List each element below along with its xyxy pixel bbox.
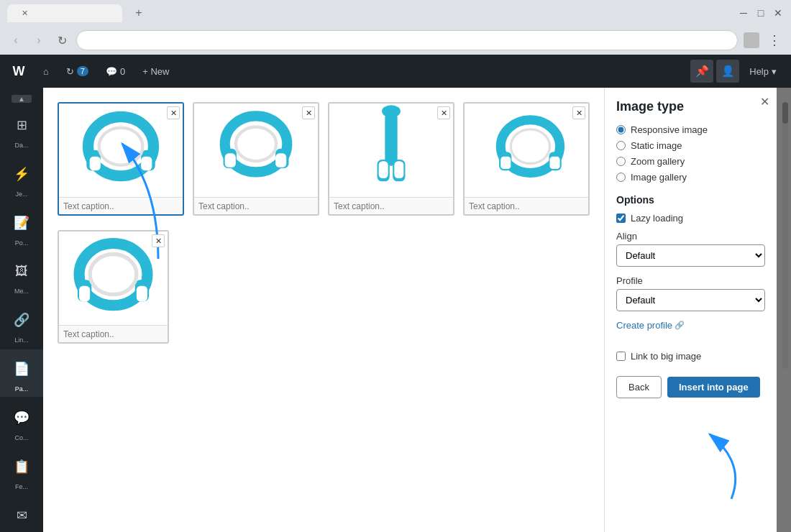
svg-rect-4	[90, 157, 101, 171]
caption-input-5[interactable]	[63, 329, 163, 339]
radio-gallery[interactable]: Image gallery	[616, 172, 765, 183]
sidebar-item-pages[interactable]: 📄 Pa...	[0, 349, 43, 397]
link-big-option[interactable]: Link to big image	[616, 351, 765, 362]
home-icon: ⌂	[43, 66, 49, 77]
headphone-svg-4	[465, 104, 588, 197]
wp-logo[interactable]: W	[7, 60, 30, 83]
close-button[interactable]: ✕	[772, 7, 784, 19]
toolbar-right-icon2[interactable]: 👤	[716, 60, 739, 83]
annotation-arrow-2	[616, 420, 774, 506]
create-profile-link[interactable]: Create profile 🔗	[616, 320, 685, 331]
insert-button[interactable]: Insert into page	[667, 377, 760, 398]
pages-icon: 📄	[0, 354, 43, 384]
image-caption-2	[194, 197, 318, 214]
caption-input-1[interactable]	[63, 201, 178, 211]
radio-responsive-input[interactable]	[616, 125, 626, 134]
external-link-icon: 🔗	[675, 321, 685, 330]
toolbar-updates[interactable]: ↻ 7	[59, 62, 96, 81]
maximize-button[interactable]: □	[755, 7, 767, 19]
sidebar-item-links[interactable]: 🔗 Lin...	[0, 301, 43, 348]
radio-static[interactable]: Static image	[616, 140, 765, 151]
extension-icon	[744, 32, 759, 48]
image-item-3[interactable]: ✕	[328, 102, 454, 216]
radio-static-label: Static image	[631, 140, 682, 151]
headphone-svg-1	[59, 104, 183, 197]
toolbar-home[interactable]: ⌂	[36, 62, 56, 81]
links-label: Lin...	[14, 336, 29, 344]
browser-chrome: ✕ + ─ □ ✕ ‹ › ↻ ⋮	[0, 0, 791, 55]
sidebar-item-posts[interactable]: 📝 Po...	[0, 203, 43, 251]
svg-point-9	[236, 127, 276, 162]
image-grid-row1: ✕	[58, 102, 590, 216]
back-button[interactable]: Back	[616, 376, 662, 398]
sidebar-item-dashboard[interactable]: ⊞ Da...	[0, 106, 43, 153]
minimize-button[interactable]: ─	[738, 7, 749, 19]
caption-input-2[interactable]	[198, 201, 314, 211]
caption-input-4[interactable]	[469, 201, 584, 211]
link-big-checkbox[interactable]	[616, 352, 626, 361]
back-nav-button[interactable]: ‹	[7, 32, 24, 49]
image-remove-5[interactable]: ✕	[152, 234, 165, 247]
media-label: Me...	[14, 288, 29, 295]
browser-tab[interactable]: ✕	[7, 4, 122, 22]
image-item-2[interactable]: ✕	[193, 102, 319, 216]
sidebar-item-feedback[interactable]: 📋 Fe...	[0, 447, 43, 495]
toolbar-right-icon1[interactable]: 📌	[690, 60, 713, 83]
sidebar-scroll-up[interactable]: ▲	[12, 95, 32, 103]
sidebar-item-contact[interactable]: ✉ Co...	[0, 496, 43, 532]
forward-nav-button[interactable]: ›	[30, 32, 47, 49]
align-field: Align Default Left Center Right	[616, 231, 765, 267]
media-icon: 🖼	[0, 257, 43, 286]
svg-rect-12	[385, 111, 397, 166]
refresh-button[interactable]: ↻	[53, 32, 70, 49]
image-item-5[interactable]: ✕	[58, 230, 169, 344]
new-tab-button[interactable]: +	[128, 4, 150, 22]
image-item-4[interactable]: ✕	[463, 102, 590, 216]
image-item-1[interactable]: ✕	[58, 102, 184, 216]
sidebar-item-comments[interactable]: 💬 Co...	[0, 398, 43, 446]
caption-input-3[interactable]	[334, 201, 449, 211]
image-remove-4[interactable]: ✕	[572, 106, 585, 119]
svg-point-27	[90, 254, 137, 295]
image-remove-2[interactable]: ✕	[302, 106, 315, 119]
sidebar-item-jetpack[interactable]: ⚡ Je...	[0, 155, 43, 202]
radio-responsive[interactable]: Responsive image	[616, 124, 765, 135]
sidebar-item-media[interactable]: 🖼 Me...	[0, 252, 43, 299]
url-bar[interactable]	[76, 30, 738, 50]
image-picker-panel: ✕	[43, 88, 604, 532]
profile-select[interactable]: Default	[616, 289, 765, 311]
dialog-overlay: ✕	[43, 88, 791, 532]
new-label: + New	[142, 66, 169, 77]
posts-icon: 📝	[0, 208, 43, 238]
toolbar-new[interactable]: + New	[135, 62, 176, 81]
image-remove-3[interactable]: ✕	[437, 106, 450, 119]
window-controls: ─ □ ✕	[738, 7, 784, 19]
title-bar-left: ✕ +	[7, 4, 150, 22]
image-remove-1[interactable]: ✕	[167, 106, 180, 119]
radio-zoom-input[interactable]	[616, 157, 626, 166]
toolbar-help[interactable]: Help ▾	[742, 62, 784, 81]
tab-close-button[interactable]: ✕	[22, 9, 28, 18]
browser-menu-button[interactable]: ⋮	[765, 31, 784, 50]
align-select[interactable]: Default Left Center Right	[616, 244, 765, 267]
radio-gallery-label: Image gallery	[631, 172, 687, 183]
svg-rect-23	[550, 157, 560, 169]
jetpack-label: Je...	[15, 191, 27, 198]
radio-static-input[interactable]	[616, 141, 626, 150]
lazy-loading-option[interactable]: Lazy loading	[616, 213, 765, 224]
contact-icon: ✉	[0, 500, 43, 531]
title-bar: ✕ + ─ □ ✕	[0, 0, 791, 26]
sidebar: ▲ ⊞ Da... ⚡ Je... 📝 Po... 🖼 Me... 🔗 Lin.…	[0, 88, 43, 532]
image-caption-3	[329, 197, 453, 214]
radio-zoom-label: Zoom gallery	[631, 156, 685, 167]
comments-icon: 💬	[106, 66, 117, 77]
radio-zoom[interactable]: Zoom gallery	[616, 156, 765, 167]
pages-label: Pa...	[15, 385, 29, 393]
image-type-group: Responsive image Static image Zoom galle…	[616, 124, 765, 183]
image-preview-2	[194, 104, 318, 197]
dashboard-label: Da...	[14, 142, 28, 149]
radio-gallery-input[interactable]	[616, 173, 626, 182]
toolbar-comments[interactable]: 💬 0	[99, 62, 132, 81]
panel-close-button[interactable]: ✕	[760, 95, 769, 109]
lazy-loading-checkbox[interactable]	[616, 214, 626, 223]
